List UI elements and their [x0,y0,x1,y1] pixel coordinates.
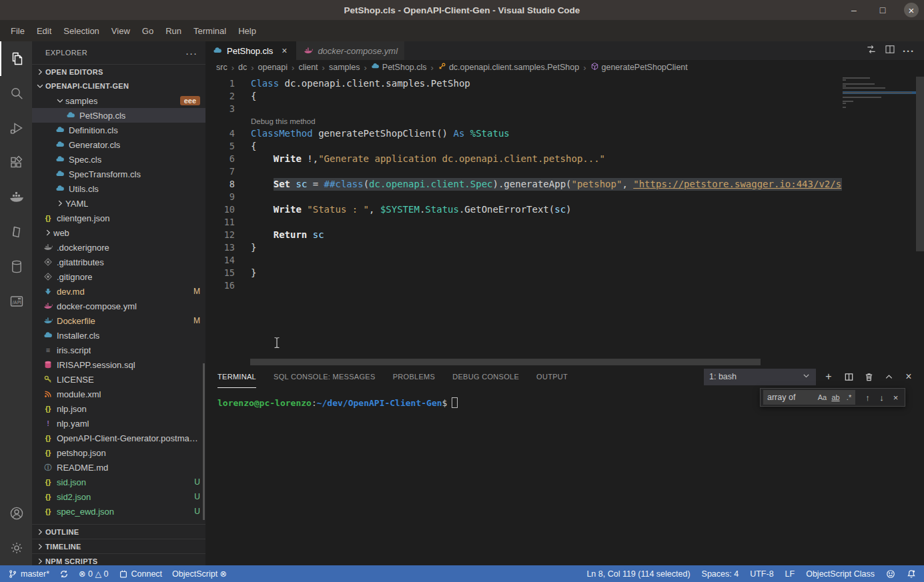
tree-file-readme-md[interactable]: ⓘREADME.md [32,460,205,475]
status-objectscript-connection[interactable]: ObjectScript ⊗ [172,569,227,579]
breadcrumb-item-dc[interactable]: dc [238,63,247,72]
find-close-button[interactable]: × [889,393,902,403]
tree-file-iris-script[interactable]: ≡iris.script [32,343,205,357]
tree-file-irisapp-session-sql[interactable]: IRISAPP.session.sql [32,357,205,372]
tab-close-icon[interactable]: × [279,45,290,56]
menu-run[interactable]: Run [159,20,187,41]
activitybar-extensions[interactable] [0,145,32,180]
activitybar-docker[interactable] [0,180,32,215]
find-next-button[interactable]: ↓ [875,393,888,403]
activitybar-search[interactable] [0,76,32,111]
activitybar-settings[interactable] [0,531,32,565]
split-editor-button[interactable] [884,43,896,58]
breadcrumb-item-openapi[interactable]: openapi [258,63,288,72]
panel-tab-terminal[interactable]: TERMINAL [217,365,256,388]
whole-word-toggle[interactable]: ab [830,393,841,401]
tree-folder-yaml[interactable]: YAML [32,196,205,211]
section-openapi-client-gen[interactable]: OPENAPI-CLIENT-GEN [32,79,205,93]
codelens-debug-this-method[interactable]: Debug this method [205,115,842,127]
tree-folder-samples[interactable]: sampleseee [32,93,205,108]
section-npm-scripts[interactable]: NPM SCRIPTS [32,553,205,565]
breadcrumb-item-samples[interactable]: samples [329,63,360,72]
terminal-shell-select[interactable]: 1: bash [704,369,816,385]
close-panel-button[interactable]: × [901,369,916,384]
tree-file-module-xml[interactable]: module.xml [32,387,205,401]
panel-tab-problems[interactable]: PROBLEMS [393,365,436,388]
editor-more-actions-button[interactable]: ··· [903,45,915,57]
menu-selection[interactable]: Selection [57,20,105,41]
editor-vertical-scrollbar[interactable] [916,77,924,251]
status-git-branch[interactable]: master* [8,569,49,579]
tree-file-petshop-json[interactable]: {}petshop.json [32,445,205,460]
tree-file-dev-md[interactable]: dev.mdM [32,284,205,299]
section-outline[interactable]: OUTLINE [32,524,205,539]
tree-file-dockerfile[interactable]: DockerfileM [32,313,205,328]
tree-file-spectransform-cls[interactable]: SpecTransform.cls [32,167,205,181]
sidebar-more-actions-icon[interactable]: ··· [185,47,197,59]
menu-go[interactable]: Go [136,20,159,41]
find-previous-button[interactable]: ↑ [861,393,874,403]
kill-terminal-button[interactable] [861,369,876,384]
tree-file-installer-cls[interactable]: Installer.cls [32,328,205,343]
close-button[interactable]: × [904,3,919,17]
breadcrumb-item-dc-openapi-client-samples-petshop[interactable]: dc.openapi.client.samples.PetShop [438,62,579,73]
new-terminal-button[interactable]: + [821,369,836,384]
sidebar-scrollbar[interactable] [203,363,205,520]
tree-file-nlp-yaml[interactable]: !nlp.yaml [32,416,205,431]
tree-file-clientgen-json[interactable]: {}clientgen.json [32,211,205,225]
status-eol[interactable]: LF [785,569,795,579]
tree-file-petshop-cls[interactable]: PetShop.cls [32,108,205,123]
breadcrumb-item-generatepetshopclient[interactable]: generatePetShopClient [590,62,688,73]
match-case-toggle[interactable]: Aa [817,393,828,401]
status-problems[interactable]: ⊗ 0 △ 0 [79,569,108,579]
open-changes-button[interactable] [865,43,877,58]
menu-terminal[interactable]: Terminal [187,20,232,41]
tree-file-generator-cls[interactable]: Generator.cls [32,137,205,152]
activitybar-run-debug[interactable] [0,111,32,145]
maximize-button[interactable]: □ [875,3,890,17]
maximize-panel-button[interactable] [881,369,896,384]
section-timeline[interactable]: TIMELINE [32,539,205,553]
tree-file--gitattributes[interactable]: .gitattributes [32,255,205,269]
status-connect[interactable]: Connect [119,569,163,579]
tree-file-openapi-client-generator-postman-[interactable]: {}OpenAPI-Client-Generator.postman… [32,431,205,445]
activitybar-intersystems[interactable] [0,215,32,249]
status-cursor-position[interactable]: Ln 8, Col 119 (114 selected) [586,569,690,579]
panel-tab-sql-console-messages[interactable]: SQL CONSOLE: MESSAGES [274,365,376,388]
section-open-editors[interactable]: OPEN EDITORS [32,64,205,79]
tree-file-spec-ewd-json[interactable]: {}spec_ewd.jsonU [32,504,205,519]
terminal-content[interactable]: lorenzo@pc-lorenzo:~/dev/OpenAPI-Client-… [217,397,458,408]
panel-tab-output[interactable]: OUTPUT [536,365,568,388]
menu-view[interactable]: View [105,20,136,41]
tree-file-sid-json[interactable]: {}sid.jsonU [32,475,205,489]
split-terminal-button[interactable] [841,369,856,384]
regex-toggle[interactable]: .* [843,393,855,401]
status-sync[interactable] [59,569,69,579]
breadcrumb-item-src[interactable]: src [216,63,227,72]
tab-docker-compose-yml[interactable]: docker-compose.yml [296,41,404,60]
activitybar-database[interactable] [0,249,32,284]
code-editor[interactable]: 1Class dc.openapi.client.samples.PetShop… [205,75,842,359]
editor-horizontal-scrollbar[interactable] [250,359,761,365]
activitybar-account[interactable] [0,496,32,531]
tree-file-docker-compose-yml[interactable]: docker-compose.yml [32,299,205,313]
status-feedback[interactable] [886,569,895,579]
minimap[interactable] [843,77,916,111]
tree-file--dockerignore[interactable]: .dockerignore [32,240,205,255]
tab-petshop-cls[interactable]: PetShop.cls× [205,41,296,60]
panel-tab-debug-console[interactable]: DEBUG CONSOLE [452,365,519,388]
tree-file-utils-cls[interactable]: Utils.cls [32,181,205,196]
menu-edit[interactable]: Edit [31,20,57,41]
menu-help[interactable]: Help [232,20,262,41]
activitybar-explorer[interactable] [0,41,32,76]
tree-file-spec-cls[interactable]: Spec.cls [32,152,205,167]
status-encoding[interactable]: UTF-8 [750,569,773,579]
tree-file-definition-cls[interactable]: Definition.cls [32,123,205,137]
tree-folder-web[interactable]: web [32,225,205,240]
breadcrumb-item-petshop-cls[interactable]: PetShop.cls [371,62,427,73]
minimize-button[interactable]: – [847,3,861,17]
status-indentation[interactable]: Spaces: 4 [702,569,739,579]
tree-file--gitignore[interactable]: .gitignore [32,269,205,284]
breadcrumb-item-client[interactable]: client [298,63,318,72]
tree-file-sid2-json[interactable]: {}sid2.jsonU [32,489,205,504]
